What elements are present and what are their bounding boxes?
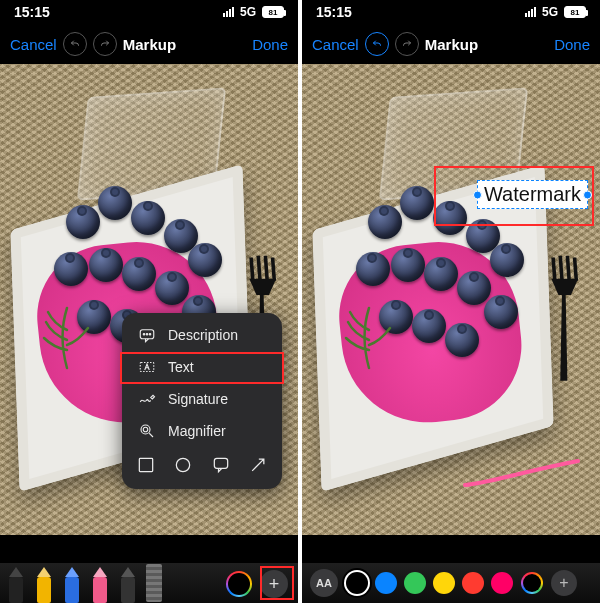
network-label: 5G bbox=[240, 5, 256, 19]
svg-point-8 bbox=[177, 458, 190, 471]
fork-icon bbox=[537, 224, 591, 412]
battery-icon: 81 bbox=[262, 6, 284, 18]
pen-tool-pencil[interactable] bbox=[118, 563, 138, 603]
color-swatch[interactable] bbox=[433, 572, 455, 594]
color-swatch[interactable] bbox=[404, 572, 426, 594]
svg-point-3 bbox=[149, 334, 151, 336]
network-label: 5G bbox=[542, 5, 558, 19]
markup-toolbar: + bbox=[0, 563, 298, 603]
shape-square[interactable] bbox=[136, 455, 156, 479]
svg-point-1 bbox=[143, 334, 145, 336]
plus-icon: + bbox=[559, 574, 568, 592]
svg-rect-7 bbox=[139, 458, 152, 471]
nav-bar: Cancel Markup Done bbox=[302, 24, 600, 64]
svg-point-6 bbox=[143, 427, 148, 432]
plus-icon: + bbox=[269, 574, 280, 595]
resize-handle-right[interactable] bbox=[583, 190, 592, 199]
done-button[interactable]: Done bbox=[252, 36, 288, 53]
pen-tool-pink[interactable] bbox=[90, 563, 110, 603]
svg-point-2 bbox=[146, 334, 148, 336]
color-swatch[interactable] bbox=[491, 572, 513, 594]
resize-handle-left[interactable] bbox=[473, 190, 482, 199]
nav-bar: Cancel Markup Done bbox=[0, 24, 298, 64]
battery-icon: 81 bbox=[564, 6, 586, 18]
ruler-tool[interactable] bbox=[146, 564, 162, 602]
done-button[interactable]: Done bbox=[554, 36, 590, 53]
redo-icon bbox=[99, 38, 111, 50]
status-right: 5G 81 bbox=[525, 5, 586, 19]
shape-speech-bubble[interactable] bbox=[211, 455, 231, 479]
phone-right: 15:15 5G 81 Cancel Markup Done bbox=[302, 0, 600, 603]
menu-label: Magnifier bbox=[168, 423, 226, 439]
svg-point-5 bbox=[141, 425, 150, 434]
undo-icon bbox=[69, 38, 81, 50]
pen-tool-black[interactable] bbox=[6, 563, 26, 603]
menu-label: Text bbox=[168, 359, 194, 375]
cancel-button[interactable]: Cancel bbox=[312, 36, 359, 53]
pen-tool-blue[interactable] bbox=[62, 563, 82, 603]
herb-icon bbox=[344, 300, 394, 370]
menu-item-text[interactable]: Text bbox=[122, 351, 282, 383]
text-icon bbox=[136, 358, 158, 376]
undo-icon bbox=[371, 38, 383, 50]
watermark-text: Watermark bbox=[484, 183, 581, 205]
freehand-stroke bbox=[460, 457, 580, 487]
shape-circle[interactable] bbox=[173, 455, 193, 479]
add-button[interactable]: + bbox=[551, 570, 577, 596]
undo-button[interactable] bbox=[365, 32, 389, 56]
status-right: 5G 81 bbox=[223, 5, 284, 19]
signature-icon bbox=[136, 390, 158, 408]
bottom-spacer bbox=[0, 535, 298, 563]
signal-icon bbox=[525, 7, 536, 17]
color-swatch[interactable] bbox=[462, 572, 484, 594]
menu-item-description[interactable]: Description bbox=[122, 319, 282, 351]
menu-label: Signature bbox=[168, 391, 228, 407]
canvas[interactable]: Watermark bbox=[302, 64, 600, 535]
phone-left: 15:15 5G 81 Cancel Markup Done bbox=[0, 0, 298, 603]
redo-button[interactable] bbox=[395, 32, 419, 56]
add-menu-popup: Description Text Signature Magnifier bbox=[122, 313, 282, 489]
bottom-spacer bbox=[302, 535, 600, 563]
color-swatch[interactable] bbox=[346, 572, 368, 594]
color-picker-button[interactable] bbox=[521, 572, 543, 594]
signal-icon bbox=[223, 7, 234, 17]
page-title: Markup bbox=[425, 36, 478, 53]
herb-icon bbox=[42, 300, 92, 370]
text-color-toolbar: AA + bbox=[302, 563, 600, 603]
pen-tool-highlighter[interactable] bbox=[34, 563, 54, 603]
photo bbox=[302, 64, 600, 535]
undo-button[interactable] bbox=[63, 32, 87, 56]
cancel-button[interactable]: Cancel bbox=[10, 36, 57, 53]
status-bar: 15:15 5G 81 bbox=[0, 0, 298, 24]
shape-arrow[interactable] bbox=[248, 455, 268, 479]
add-button[interactable]: + bbox=[260, 570, 288, 598]
redo-button[interactable] bbox=[93, 32, 117, 56]
shapes-row bbox=[122, 447, 282, 483]
status-time: 15:15 bbox=[14, 4, 50, 20]
color-picker-button[interactable] bbox=[226, 571, 252, 597]
watermark-text-box[interactable]: Watermark bbox=[477, 180, 588, 209]
magnifier-icon bbox=[136, 422, 158, 440]
page-title: Markup bbox=[123, 36, 176, 53]
svg-rect-9 bbox=[214, 458, 227, 468]
redo-icon bbox=[401, 38, 413, 50]
canvas[interactable]: Description Text Signature Magnifier bbox=[0, 64, 298, 535]
menu-item-signature[interactable]: Signature bbox=[122, 383, 282, 415]
menu-item-magnifier[interactable]: Magnifier bbox=[122, 415, 282, 447]
status-bar: 15:15 5G 81 bbox=[302, 0, 600, 24]
color-swatch[interactable] bbox=[375, 572, 397, 594]
description-icon bbox=[136, 326, 158, 344]
status-time: 15:15 bbox=[316, 4, 352, 20]
menu-label: Description bbox=[168, 327, 238, 343]
text-style-button[interactable]: AA bbox=[310, 569, 338, 597]
